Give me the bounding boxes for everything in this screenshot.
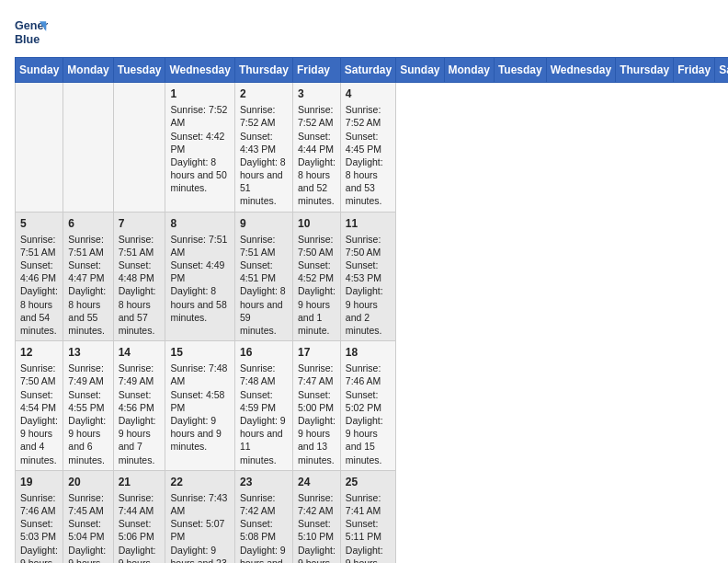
day-detail: Sunset: 5:11 PM	[346, 517, 391, 543]
calendar-cell: 23Sunrise: 7:42 AMSunset: 5:08 PMDayligh…	[234, 470, 292, 563]
calendar-cell: 1Sunrise: 7:52 AMSunset: 4:42 PMDaylight…	[165, 83, 234, 213]
calendar-cell: 10Sunrise: 7:50 AMSunset: 4:52 PMDayligh…	[292, 212, 340, 341]
calendar-cell: 21Sunrise: 7:44 AMSunset: 5:06 PMDayligh…	[113, 470, 165, 563]
day-detail: Sunrise: 7:42 AM	[298, 491, 336, 517]
day-detail: Daylight: 9 hours and 27 minutes.	[298, 544, 336, 563]
day-detail: Daylight: 9 hours and 6 minutes.	[68, 414, 108, 466]
calendar-cell	[113, 83, 165, 213]
day-number: 14	[119, 345, 161, 360]
day-number: 1	[170, 86, 229, 101]
day-detail: Sunset: 4:54 PM	[20, 388, 58, 414]
day-detail: Sunset: 5:00 PM	[298, 388, 336, 414]
header-sunday: Sunday	[16, 58, 63, 83]
day-detail: Sunset: 5:08 PM	[240, 517, 288, 543]
day-detail: Daylight: 9 hours and 1 minute.	[298, 284, 336, 337]
day-detail: Sunset: 4:59 PM	[240, 388, 288, 414]
day-detail: Sunrise: 7:49 AM	[119, 362, 161, 387]
day-detail: Daylight: 9 hours and 7 minutes.	[119, 414, 161, 466]
calendar-cell: 13Sunrise: 7:49 AMSunset: 4:55 PMDayligh…	[63, 341, 113, 471]
day-detail: Sunset: 5:10 PM	[298, 517, 336, 543]
day-detail: Daylight: 8 hours and 55 minutes.	[68, 284, 108, 337]
day-detail: Sunset: 4:55 PM	[68, 388, 108, 414]
logo: General Blue	[15, 15, 48, 48]
day-detail: Sunset: 4:52 PM	[298, 259, 336, 284]
calendar-table: SundayMondayTuesdayWednesdayThursdayFrid…	[15, 57, 728, 563]
day-detail: Sunrise: 7:43 AM	[170, 491, 229, 517]
day-number: 21	[119, 475, 161, 489]
calendar-cell: 7Sunrise: 7:51 AMSunset: 4:48 PMDaylight…	[113, 212, 165, 341]
header-saturday: Saturday	[715, 58, 728, 83]
day-detail: Daylight: 9 hours and 13 minutes.	[298, 414, 336, 466]
day-detail: Daylight: 9 hours and 19 minutes.	[68, 544, 108, 563]
page-header: General Blue	[15, 15, 713, 48]
calendar-cell: 17Sunrise: 7:47 AMSunset: 5:00 PMDayligh…	[292, 341, 340, 471]
day-number: 2	[240, 86, 288, 101]
day-detail: Daylight: 9 hours and 30 minutes.	[346, 544, 391, 563]
calendar-cell: 3Sunrise: 7:52 AMSunset: 4:44 PMDaylight…	[292, 83, 340, 213]
day-detail: Sunrise: 7:48 AM	[170, 362, 229, 387]
day-number: 8	[170, 216, 229, 231]
day-detail: Sunrise: 7:49 AM	[68, 362, 108, 387]
day-detail: Sunrise: 7:51 AM	[20, 233, 58, 259]
day-number: 3	[298, 86, 336, 101]
header-tuesday: Tuesday	[494, 58, 546, 83]
day-detail: Daylight: 9 hours and 9 minutes.	[170, 414, 229, 454]
day-detail: Sunrise: 7:52 AM	[298, 103, 336, 129]
day-detail: Sunset: 5:02 PM	[346, 388, 391, 414]
calendar-cell: 15Sunrise: 7:48 AMSunset: 4:58 PMDayligh…	[165, 341, 234, 471]
day-detail: Sunset: 5:06 PM	[119, 517, 161, 543]
day-detail: Daylight: 9 hours and 25 minutes.	[240, 544, 288, 563]
day-detail: Sunrise: 7:50 AM	[298, 233, 336, 259]
svg-text:Blue: Blue	[15, 33, 40, 46]
header-thursday: Thursday	[234, 58, 292, 83]
day-number: 22	[170, 475, 229, 489]
header-friday: Friday	[674, 58, 715, 83]
calendar-cell: 19Sunrise: 7:46 AMSunset: 5:03 PMDayligh…	[16, 470, 63, 563]
day-detail: Sunset: 4:49 PM	[170, 259, 229, 284]
calendar-cell: 8Sunrise: 7:51 AMSunset: 4:49 PMDaylight…	[165, 212, 234, 341]
day-number: 9	[240, 216, 288, 231]
day-number: 25	[346, 475, 391, 489]
day-detail: Sunrise: 7:44 AM	[119, 491, 161, 517]
calendar-cell: 14Sunrise: 7:49 AMSunset: 4:56 PMDayligh…	[113, 341, 165, 471]
day-detail: Daylight: 8 hours and 59 minutes.	[240, 284, 288, 337]
calendar-cell: 20Sunrise: 7:45 AMSunset: 5:04 PMDayligh…	[63, 470, 113, 563]
day-detail: Sunrise: 7:50 AM	[20, 362, 58, 387]
day-detail: Daylight: 8 hours and 51 minutes.	[240, 155, 288, 208]
day-detail: Daylight: 8 hours and 53 minutes.	[346, 155, 391, 208]
day-detail: Sunrise: 7:51 AM	[68, 233, 108, 259]
calendar-cell: 25Sunrise: 7:41 AMSunset: 5:11 PMDayligh…	[340, 470, 395, 563]
calendar-cell	[63, 83, 113, 213]
day-number: 16	[240, 345, 288, 360]
day-detail: Sunrise: 7:42 AM	[240, 491, 288, 517]
calendar-header-row: SundayMondayTuesdayWednesdayThursdayFrid…	[16, 58, 729, 83]
day-detail: Sunset: 4:56 PM	[119, 388, 161, 414]
logo-icon: General Blue	[15, 15, 48, 48]
day-number: 19	[20, 475, 58, 489]
header-sunday: Sunday	[396, 58, 444, 83]
day-detail: Sunrise: 7:51 AM	[119, 233, 161, 259]
day-detail: Sunset: 4:58 PM	[170, 388, 229, 414]
day-number: 4	[346, 86, 391, 101]
day-detail: Sunrise: 7:46 AM	[346, 362, 391, 387]
day-detail: Daylight: 9 hours and 21 minutes.	[119, 544, 161, 563]
calendar-cell: 4Sunrise: 7:52 AMSunset: 4:45 PMDaylight…	[340, 83, 395, 213]
day-detail: Sunrise: 7:52 AM	[170, 103, 229, 129]
header-tuesday: Tuesday	[113, 58, 165, 83]
day-detail: Sunset: 4:45 PM	[346, 130, 391, 155]
day-detail: Daylight: 9 hours and 23 minutes.	[170, 544, 229, 563]
day-detail: Daylight: 9 hours and 4 minutes.	[20, 414, 58, 466]
day-detail: Daylight: 9 hours and 2 minutes.	[346, 284, 391, 337]
day-detail: Sunrise: 7:51 AM	[170, 233, 229, 259]
day-detail: Sunrise: 7:52 AM	[346, 103, 391, 129]
day-number: 11	[346, 216, 391, 231]
day-number: 17	[298, 345, 336, 360]
day-number: 15	[170, 345, 229, 360]
header-wednesday: Wednesday	[546, 58, 615, 83]
calendar-cell: 24Sunrise: 7:42 AMSunset: 5:10 PMDayligh…	[292, 470, 340, 563]
day-detail: Sunrise: 7:51 AM	[240, 233, 288, 259]
calendar-cell: 2Sunrise: 7:52 AMSunset: 4:43 PMDaylight…	[234, 83, 292, 213]
day-detail: Daylight: 8 hours and 50 minutes.	[170, 155, 229, 195]
calendar-week-row: 19Sunrise: 7:46 AMSunset: 5:03 PMDayligh…	[16, 470, 729, 563]
day-detail: Sunset: 4:46 PM	[20, 259, 58, 284]
